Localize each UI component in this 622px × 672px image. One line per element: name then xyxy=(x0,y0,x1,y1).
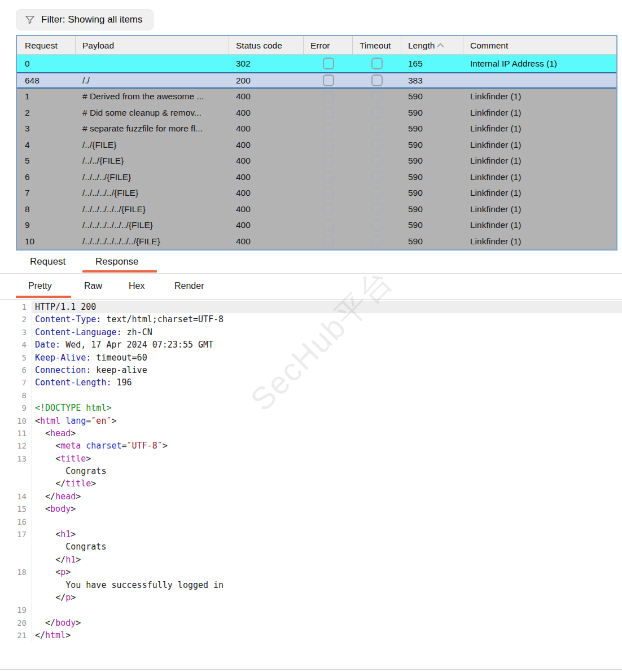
code-line: </h1> xyxy=(0,554,622,566)
cell-timeout xyxy=(353,139,401,151)
timeout-checkbox[interactable] xyxy=(371,139,383,151)
cell-payload: /../../../../../../{FILE} xyxy=(76,220,229,230)
cell-status-code: 400 xyxy=(229,172,304,182)
response-editor[interactable]: 1HTTP/1.1 2002Content-Type: text/html;ch… xyxy=(0,301,622,642)
timeout-checkbox[interactable] xyxy=(371,155,383,167)
cell-length: 590 xyxy=(401,188,463,198)
line-number: 2 xyxy=(0,313,32,326)
cell-error xyxy=(304,74,353,86)
result-row[interactable]: 0302165Internal IP Address (1) xyxy=(17,55,616,72)
subtab-hex[interactable]: Hex xyxy=(129,281,144,291)
result-row[interactable]: 3# separate fuzzfile for more fl...40059… xyxy=(17,121,616,137)
result-row[interactable]: 6/../../../{FILE}400590Linkfinder (1) xyxy=(17,169,616,186)
result-row[interactable]: 648/./200383 xyxy=(17,72,616,89)
subtab-pretty[interactable]: Pretty xyxy=(28,281,52,291)
cell-timeout xyxy=(353,123,401,135)
cell-error xyxy=(304,187,353,199)
cell-request: 8 xyxy=(17,204,76,214)
tab-response[interactable]: Response xyxy=(95,256,139,267)
code-line: 8 xyxy=(0,389,622,402)
timeout-checkbox[interactable] xyxy=(371,187,383,199)
code-line: 3Content-Language: zh-CN xyxy=(0,326,622,339)
code-line: 9<!DOCTYPE html> xyxy=(0,402,622,414)
code-text: Content-Language: zh-CN xyxy=(32,326,622,339)
timeout-checkbox[interactable] xyxy=(371,203,383,215)
timeout-checkbox[interactable] xyxy=(371,219,383,231)
cell-error xyxy=(304,155,353,167)
subtab-render[interactable]: Render xyxy=(174,281,204,291)
error-checkbox[interactable] xyxy=(323,187,334,199)
column-header-length[interactable]: Length xyxy=(401,36,463,55)
error-checkbox[interactable] xyxy=(323,155,334,167)
cell-timeout xyxy=(353,203,401,215)
error-checkbox[interactable] xyxy=(323,91,334,103)
code-text xyxy=(32,389,622,402)
cell-error xyxy=(304,171,353,183)
code-text: </p> xyxy=(32,591,622,604)
timeout-checkbox[interactable] xyxy=(371,107,383,118)
cell-error xyxy=(304,203,353,215)
cell-length: 590 xyxy=(401,236,463,247)
cell-payload: # separate fuzzfile for more fl... xyxy=(76,124,229,134)
result-row[interactable]: 4/../{FILE}400590Linkfinder (1) xyxy=(17,137,616,153)
error-checkbox[interactable] xyxy=(323,219,334,231)
tab-request[interactable]: Request xyxy=(30,256,65,267)
column-header-timeout[interactable]: Timeout xyxy=(353,36,401,55)
code-line: 14 </head> xyxy=(0,490,622,503)
code-text: Congrats xyxy=(32,541,622,553)
timeout-checkbox[interactable] xyxy=(371,123,383,135)
cell-status-code: 400 xyxy=(229,108,304,118)
error-checkbox[interactable] xyxy=(323,123,334,135)
code-line: </p> xyxy=(0,591,622,604)
cell-error xyxy=(304,123,353,135)
code-line: 19 xyxy=(0,604,622,616)
column-header-payload[interactable]: Payload xyxy=(76,36,229,55)
column-header-error[interactable]: Error xyxy=(304,36,353,55)
cell-request: 7 xyxy=(17,188,76,198)
cell-comment: Linkfinder (1) xyxy=(463,172,616,182)
result-row[interactable]: 7/../../../../{FILE}400590Linkfinder (1) xyxy=(17,185,616,201)
cell-payload: /../../../../{FILE} xyxy=(76,188,229,198)
result-row[interactable]: 8/../../../../../{FILE}400590Linkfinder … xyxy=(17,201,616,218)
code-text: <head> xyxy=(32,427,622,440)
error-checkbox[interactable] xyxy=(323,107,334,118)
code-line: 11 <head> xyxy=(0,427,622,440)
cell-request: 0 xyxy=(17,59,76,69)
cell-request: 5 xyxy=(17,156,76,166)
cell-error xyxy=(304,235,353,247)
result-row[interactable]: 2# Did some cleanup & remov...400590Link… xyxy=(17,105,616,121)
result-row[interactable]: 5/../../{FILE}400590Linkfinder (1) xyxy=(17,153,616,169)
timeout-checkbox[interactable] xyxy=(371,58,383,69)
code-line: 12 <meta charset=″UTF-8″> xyxy=(0,440,622,452)
error-checkbox[interactable] xyxy=(323,74,334,86)
column-header-status-code[interactable]: Status code xyxy=(229,36,304,55)
subtab-raw[interactable]: Raw xyxy=(84,281,102,291)
timeout-checkbox[interactable] xyxy=(371,74,383,86)
result-row[interactable]: 10/../../../../../../../{FILE}400590Link… xyxy=(17,234,616,250)
error-checkbox[interactable] xyxy=(323,235,334,247)
filter-bar[interactable]: Filter: Showing all items xyxy=(16,9,154,30)
column-header-request[interactable]: Request xyxy=(17,36,76,55)
error-checkbox[interactable] xyxy=(323,203,334,215)
results-table[interactable]: RequestPayloadStatus codeErrorTimeoutLen… xyxy=(16,35,617,251)
error-checkbox[interactable] xyxy=(323,58,334,69)
cell-timeout xyxy=(353,155,401,167)
cell-timeout xyxy=(353,219,401,231)
timeout-checkbox[interactable] xyxy=(371,171,383,183)
timeout-checkbox[interactable] xyxy=(371,235,383,247)
cell-length: 590 xyxy=(401,172,463,182)
line-number: 7 xyxy=(0,376,32,389)
code-text: Content-Length: 196 xyxy=(32,376,622,389)
cell-request: 2 xyxy=(17,108,76,118)
cell-error xyxy=(304,219,353,231)
result-row[interactable]: 1# Derived from the awesome ...400590Lin… xyxy=(17,89,616,105)
timeout-checkbox[interactable] xyxy=(371,91,383,103)
line-number xyxy=(0,541,32,553)
code-line: 21</html> xyxy=(0,629,622,642)
error-checkbox[interactable] xyxy=(323,139,334,151)
column-header-comment[interactable]: Comment xyxy=(463,36,616,55)
error-checkbox[interactable] xyxy=(323,171,334,183)
code-line: 2Content-Type: text/html;charset=UTF-8 xyxy=(0,313,622,326)
result-row[interactable]: 9/../../../../../../{FILE}400590Linkfind… xyxy=(17,217,616,234)
line-number: 17 xyxy=(0,528,32,541)
